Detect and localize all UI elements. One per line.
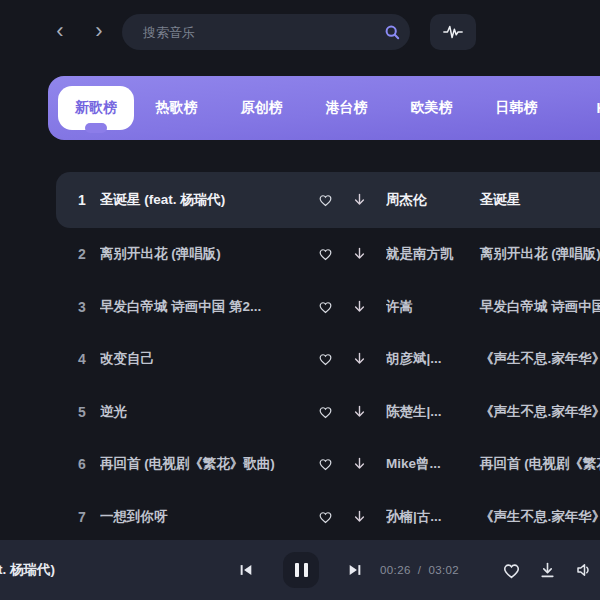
forward-icon[interactable]: › [86, 18, 112, 46]
like-button[interactable] [314, 453, 336, 475]
search-input[interactable] [122, 14, 374, 50]
download-icon [353, 405, 366, 419]
artist-name[interactable]: 陈楚生|... [386, 403, 472, 421]
song-row[interactable]: 2 离别开出花 (弹唱版) 就是南方凯 离别开出花 (弹唱版) [56, 228, 600, 281]
artist-name[interactable]: 孙楠|古... [386, 508, 472, 526]
tab-item[interactable]: K [559, 100, 600, 116]
next-track-button[interactable] [345, 560, 365, 580]
album-name[interactable]: 《声生不息.家年华》 [480, 350, 600, 368]
artist-name[interactable]: 许嵩 [386, 298, 472, 316]
previous-track-button[interactable] [236, 560, 256, 580]
time-display: 00:26 / 03:02 [380, 564, 459, 576]
song-title: 一想到你呀 [100, 508, 312, 526]
album-name[interactable]: 离别开出花 (弹唱版) [480, 245, 600, 263]
artist-name[interactable]: 胡彦斌|... [386, 350, 472, 368]
song-row[interactable]: 3 早发白帝城 诗画中国 第2... 许嵩 早发白帝城 诗画中国 [56, 281, 600, 334]
song-row[interactable]: 6 再回首 (电视剧《繁花》歌曲) Mike曾... 再回首 (电视剧《繁花》歌… [56, 438, 600, 491]
song-title: 逆光 [100, 403, 312, 421]
back-icon[interactable]: ‹ [47, 18, 73, 46]
rank-number: 7 [72, 509, 92, 525]
total-time: 03:02 [428, 564, 459, 576]
rank-number: 2 [72, 246, 92, 262]
download-button[interactable] [348, 243, 370, 265]
heart-icon [318, 300, 333, 314]
like-button[interactable] [314, 189, 336, 211]
heart-icon [318, 193, 333, 207]
song-row[interactable]: 7 一想到你呀 孙楠|古... 《声生不息.家年华》 [56, 491, 600, 544]
artist-name[interactable]: Mike曾... [386, 455, 472, 473]
download-button[interactable] [348, 189, 370, 211]
song-row[interactable]: 5 逆光 陈楚生|... 《声生不息.家年华》 [56, 386, 600, 439]
download-icon [353, 193, 366, 207]
song-title: 早发白帝城 诗画中国 第2... [100, 298, 312, 316]
album-name[interactable]: 再回首 (电视剧《繁花》歌曲) [480, 455, 600, 473]
tab-item[interactable]: 欧美榜 [389, 99, 474, 117]
artist-name[interactable]: 就是南方凯 [386, 245, 472, 263]
rank-number: 1 [72, 192, 92, 208]
like-button[interactable] [314, 348, 336, 370]
download-button[interactable] [348, 296, 370, 318]
tab-item[interactable]: 新歌榜 [58, 86, 134, 130]
song-title: 圣诞星 (feat. 杨瑞代) [100, 191, 312, 209]
top-header: ‹ › [0, 0, 600, 64]
like-button[interactable] [314, 401, 336, 423]
waveform-icon [442, 23, 464, 41]
volume-icon [574, 561, 592, 579]
heart-icon [318, 405, 333, 419]
download-icon [539, 562, 556, 579]
volume-button[interactable] [573, 560, 593, 580]
audio-wave-button[interactable] [430, 14, 476, 50]
rank-number: 4 [72, 351, 92, 367]
album-name[interactable]: 《声生不息.家年华》 [480, 508, 600, 526]
rank-number: 6 [72, 456, 92, 472]
song-title: 离别开出花 (弹唱版) [100, 245, 312, 263]
download-button[interactable] [348, 348, 370, 370]
download-icon [353, 300, 366, 314]
download-button[interactable] [348, 401, 370, 423]
download-icon [353, 457, 366, 471]
heart-icon [318, 457, 333, 471]
rank-number: 3 [72, 299, 92, 315]
song-row[interactable]: 1 圣诞星 (feat. 杨瑞代) 周杰伦 圣诞星 [56, 172, 600, 228]
tab-item[interactable]: 日韩榜 [474, 99, 559, 117]
heart-icon [318, 247, 333, 261]
song-list: 1 圣诞星 (feat. 杨瑞代) 周杰伦 圣诞星 2 离别开出花 (弹唱版) [0, 172, 600, 543]
download-icon [353, 247, 366, 261]
heart-icon [502, 562, 521, 579]
tab-item[interactable]: 热歌榜 [134, 99, 219, 117]
album-name[interactable]: 《声生不息.家年华》 [480, 403, 600, 421]
tab-item[interactable]: 原创榜 [219, 99, 304, 117]
active-tab-notch [85, 123, 107, 133]
artist-name[interactable]: 周杰伦 [386, 191, 472, 209]
previous-icon [238, 562, 254, 578]
tab-item[interactable]: 港台榜 [304, 99, 389, 117]
download-icon [353, 352, 366, 366]
now-playing-label: t. 杨瑞代) [0, 561, 55, 579]
like-button[interactable] [314, 243, 336, 265]
pause-icon [295, 563, 308, 577]
song-title: 改变自己 [100, 350, 312, 368]
search-box[interactable] [122, 14, 410, 50]
album-name[interactable]: 圣诞星 [480, 191, 521, 209]
current-time: 00:26 [380, 564, 411, 576]
search-icon[interactable] [374, 14, 410, 50]
time-separator: / [418, 564, 422, 576]
pause-button[interactable] [283, 552, 319, 588]
song-row[interactable]: 4 改变自己 胡彦斌|... 《声生不息.家年华》 [56, 333, 600, 386]
rank-number: 5 [72, 404, 92, 420]
album-name[interactable]: 早发白帝城 诗画中国 [480, 298, 600, 316]
next-icon [347, 562, 363, 578]
heart-icon [318, 510, 333, 524]
like-button[interactable] [314, 506, 336, 528]
like-button[interactable] [314, 296, 336, 318]
download-icon [353, 510, 366, 524]
player-download-button[interactable] [537, 560, 557, 580]
tab-bar: 新歌榜热歌榜原创榜港台榜欧美榜日韩榜K [48, 76, 600, 140]
download-button[interactable] [348, 453, 370, 475]
player-bar: t. 杨瑞代) 00:26 / 03:02 [0, 540, 600, 600]
download-button[interactable] [348, 506, 370, 528]
player-like-button[interactable] [501, 560, 521, 580]
heart-icon [318, 352, 333, 366]
song-title: 再回首 (电视剧《繁花》歌曲) [100, 455, 312, 473]
